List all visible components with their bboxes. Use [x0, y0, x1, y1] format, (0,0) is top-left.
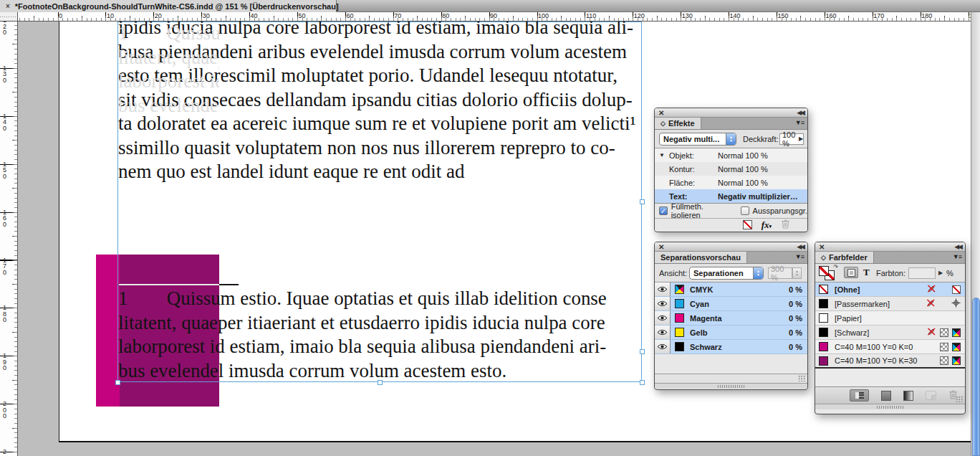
footnote-text[interactable]: 1Quissum estio. Iquae optatias et quis i…: [118, 287, 642, 383]
ruler-label: 120: [3, 22, 8, 36]
fill-stroke-indicator[interactable]: ↷: [819, 265, 837, 281]
tint-arrow-icon[interactable]: ▶: [938, 270, 943, 276]
view-value: Separationen: [690, 267, 747, 279]
separation-row-gelb[interactable]: Gelb0 %: [655, 326, 807, 340]
stepper-icon[interactable]: ▲▼: [753, 267, 763, 279]
view-dropdown[interactable]: Separationen ▲▼: [689, 267, 764, 280]
ink-limit-stepper-icon[interactable]: ▲▼: [792, 267, 802, 279]
isolate-blending-checkbox[interactable]: ✓: [659, 206, 668, 215]
tint-field[interactable]: [908, 267, 936, 279]
blending-options: ✓ Füllmeth. isolieren Aussparungsgr.: [655, 203, 807, 218]
formatting-affects-text-button[interactable]: T: [863, 267, 870, 278]
swatches-empty-area: [815, 369, 965, 386]
visibility-eye-icon[interactable]: [655, 297, 671, 310]
effects-panel-titlebar[interactable]: ✕ ◀◀: [655, 108, 807, 118]
frame-handle-right-center[interactable]: [640, 199, 645, 204]
separation-row-schwarz[interactable]: Schwarz0 %: [655, 340, 807, 354]
collapse-icon[interactable]: ◀◀: [954, 244, 961, 250]
frame-handle-bottom-right[interactable]: [640, 380, 645, 385]
swap-fill-stroke-icon[interactable]: ↷: [833, 264, 838, 270]
separation-row-cyan[interactable]: Cyan0 %: [655, 297, 807, 311]
frame-handle-bottom-left[interactable]: [115, 380, 120, 385]
close-icon[interactable]: ✕: [658, 244, 664, 250]
window-title-bar: × *FootnoteOnBackground-ShouldTurnWhite-…: [0, 0, 980, 12]
collapse-icon[interactable]: ◀◀: [797, 110, 804, 116]
ruler-label: 140: [730, 12, 741, 19]
fx-effects-icon[interactable]: fx▾: [762, 219, 772, 231]
separation-row-cmyk[interactable]: CMYK0 %: [655, 282, 807, 297]
collapse-icon[interactable]: ◀◀: [797, 244, 804, 250]
swatches-panel-titlebar[interactable]: ✕ ◀◀: [815, 242, 965, 252]
swatch-row-icons: [940, 343, 961, 351]
effects-row-flaeche[interactable]: Fläche: Normal 100 %: [655, 176, 807, 189]
close-icon[interactable]: ✕: [819, 244, 825, 250]
document-tab[interactable]: × *FootnoteOnBackground-ShouldTurnWhite-…: [0, 0, 337, 12]
frame-out-port[interactable]: [640, 349, 645, 354]
swatch-row[interactable]: [Papier]: [815, 311, 965, 326]
disclosure-triangle-icon[interactable]: ▼: [659, 152, 665, 158]
tab-label: Separationsvorschau: [660, 253, 741, 262]
show-all-swatches-button[interactable]: [850, 389, 869, 402]
show-color-swatches-button[interactable]: [881, 391, 891, 401]
ruler-label: 180: [3, 305, 8, 323]
no-edit-pen-icon: [926, 327, 936, 338]
separations-panel-titlebar[interactable]: ✕ ◀◀: [655, 242, 807, 252]
panel-menu-icon[interactable]: ▼≡: [795, 119, 804, 126]
panel-drag-strip[interactable]: [655, 383, 807, 389]
effects-row-text-selected[interactable]: Text: Negativ multiplizier…: [655, 189, 807, 203]
separations-controls: Ansicht: Separationen ▲▼ 300 % ▲▼: [655, 264, 807, 282]
swatches-controls: ↷ T Farbton: ▶ %: [815, 264, 965, 282]
row-label: Text:: [669, 192, 687, 201]
knockout-group-checkbox[interactable]: [741, 206, 749, 215]
opacity-arrow-icon[interactable]: ▶: [799, 136, 803, 142]
ruler-label: 210: [3, 449, 8, 456]
ink-coverage-value: 0 %: [789, 314, 802, 323]
horizontal-ruler[interactable]: 1001020304050607080901001101201301401501…: [0, 12, 971, 22]
scrollbar-thumb[interactable]: [972, 298, 980, 456]
stepper-icon[interactable]: ▲▼: [726, 133, 736, 145]
visibility-eye-icon[interactable]: [655, 326, 671, 339]
swatch-row[interactable]: [Passermarken]: [815, 297, 965, 311]
ruler-origin-corner[interactable]: [0, 12, 18, 22]
clear-effects-icon[interactable]: [743, 220, 752, 229]
panel-drag-strip[interactable]: [815, 404, 965, 409]
ruler-label: 130: [682, 12, 693, 19]
swatch-row[interactable]: [Schwarz]: [815, 326, 965, 340]
vertical-scrollbar[interactable]: [971, 12, 980, 456]
panel-toggle-icon[interactable]: ◇: [660, 120, 666, 127]
ink-swatch: [675, 342, 684, 351]
ink-swatch: [675, 313, 684, 323]
panel-menu-icon[interactable]: ▼≡: [795, 253, 804, 260]
show-gradient-swatches-button[interactable]: [903, 391, 913, 401]
frame-handle-bottom-center[interactable]: [378, 380, 383, 385]
close-icon[interactable]: ×: [6, 2, 10, 10]
swatch-row[interactable]: C=40 M=100 Y=0 K=0: [815, 340, 965, 354]
effects-row-objekt[interactable]: ▼ Objekt: Normal 100 %: [655, 148, 807, 162]
visibility-eye-icon[interactable]: [655, 340, 671, 353]
close-icon[interactable]: ✕: [658, 110, 664, 116]
resize-grip-icon[interactable]: [798, 375, 806, 381]
effects-row-kontur[interactable]: Kontur: Normal 100 %: [655, 162, 807, 176]
visibility-eye-icon[interactable]: [655, 282, 671, 296]
effects-controls: Negativ multi... ▲▼ Deckkraft: 100 % ▶: [655, 130, 807, 148]
panel-toggle-icon[interactable]: ◇: [821, 254, 826, 261]
tab-separationsvorschau[interactable]: Separationsvorschau: [655, 252, 747, 263]
swatch-row[interactable]: [Ohne]: [815, 282, 965, 297]
fill-swatch-none-icon[interactable]: [819, 266, 829, 276]
ink-limit-field[interactable]: 300 %: [768, 267, 792, 279]
formatting-affects-container-button[interactable]: [844, 267, 858, 278]
blend-mode-dropdown[interactable]: Negativ multi... ▲▼: [659, 133, 736, 146]
tab-effekte[interactable]: ◇ Effekte: [655, 118, 701, 129]
panel-menu-icon[interactable]: ▼≡: [953, 253, 961, 260]
ruler-label: 90: [490, 12, 497, 19]
swatch-row[interactable]: C=40 M=100 Y=0 K=30: [815, 354, 965, 369]
visibility-eye-icon[interactable]: [655, 311, 671, 325]
text-line: ssimillo quasit voluptatem non nos nus i…: [118, 136, 642, 161]
trash-icon[interactable]: [781, 219, 790, 232]
tab-farbfelder[interactable]: ◇ Farbfelder: [815, 252, 874, 263]
separation-row-magenta[interactable]: Magenta0 %: [655, 311, 807, 326]
new-swatch-button[interactable]: [926, 391, 936, 400]
row-value: Negativ multiplizier…: [718, 192, 798, 201]
vertical-ruler[interactable]: 120130140150160170180190200210: [0, 22, 18, 456]
resize-grip-icon[interactable]: [956, 396, 964, 402]
